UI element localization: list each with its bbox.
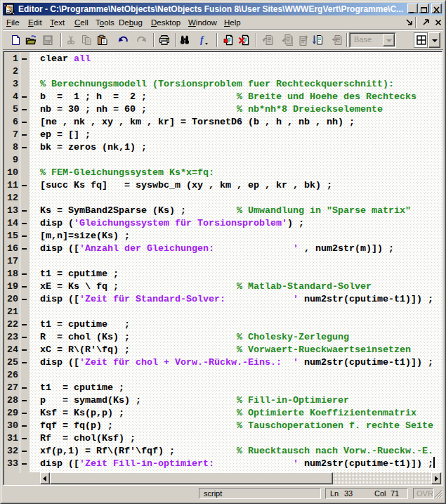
svg-text:f: f: [200, 34, 204, 45]
